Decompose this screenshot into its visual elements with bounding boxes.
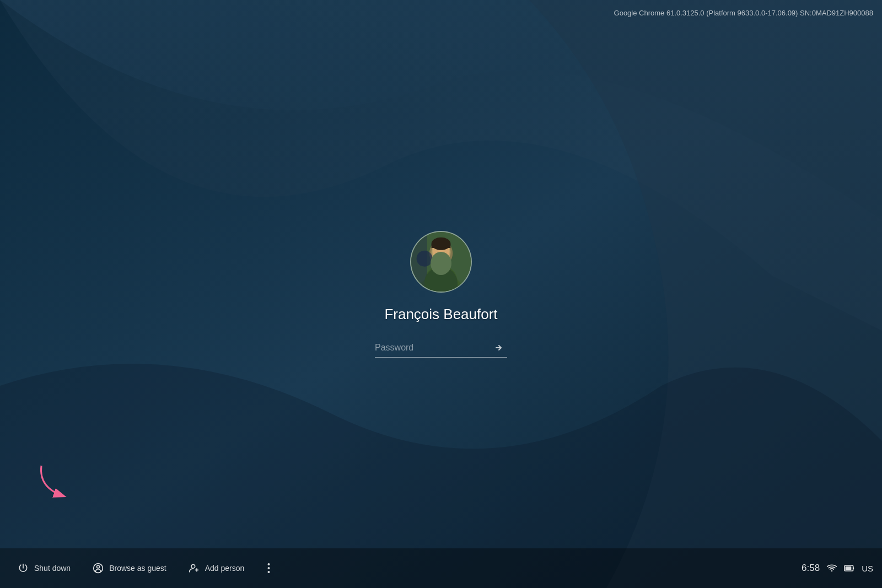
password-container — [375, 338, 507, 358]
bottom-right-status: 6:58 US — [802, 563, 873, 574]
svg-point-12 — [97, 565, 100, 568]
svg-point-13 — [191, 564, 195, 568]
svg-rect-10 — [411, 232, 427, 292]
version-info: Google Chrome 61.0.3125.0 (Platform 9633… — [614, 9, 873, 17]
more-dots-icon — [267, 563, 270, 574]
browse-guest-button[interactable]: Browse as guest — [84, 558, 175, 578]
bottom-bar: Shut down Browse as guest Add person — [0, 548, 882, 588]
shutdown-button[interactable]: Shut down — [9, 558, 79, 578]
svg-point-17 — [831, 570, 833, 572]
svg-point-8 — [434, 254, 447, 262]
submit-password-button[interactable] — [490, 339, 507, 357]
wifi-icon — [826, 563, 837, 574]
svg-point-16 — [267, 571, 270, 573]
avatar[interactable] — [410, 231, 472, 293]
shutdown-label: Shut down — [34, 564, 71, 573]
svg-rect-19 — [846, 567, 852, 570]
login-panel: François Beaufort — [375, 231, 507, 358]
add-person-icon — [189, 563, 200, 574]
guest-icon — [93, 563, 104, 574]
add-person-label: Add person — [205, 564, 245, 573]
password-input[interactable] — [375, 338, 507, 358]
clock: 6:58 — [802, 563, 820, 574]
avatar-image — [411, 232, 471, 292]
power-icon — [18, 563, 29, 574]
locale: US — [862, 564, 873, 573]
username: François Beaufort — [384, 306, 497, 323]
svg-rect-7 — [432, 244, 451, 248]
svg-point-15 — [267, 567, 270, 569]
browse-guest-label: Browse as guest — [109, 564, 166, 573]
add-person-button[interactable]: Add person — [180, 558, 254, 578]
more-options-button[interactable] — [257, 557, 279, 579]
svg-point-14 — [267, 563, 270, 565]
battery-icon — [844, 564, 855, 572]
arrow-indicator — [33, 460, 77, 506]
bottom-left-actions: Shut down Browse as guest Add person — [9, 557, 279, 579]
